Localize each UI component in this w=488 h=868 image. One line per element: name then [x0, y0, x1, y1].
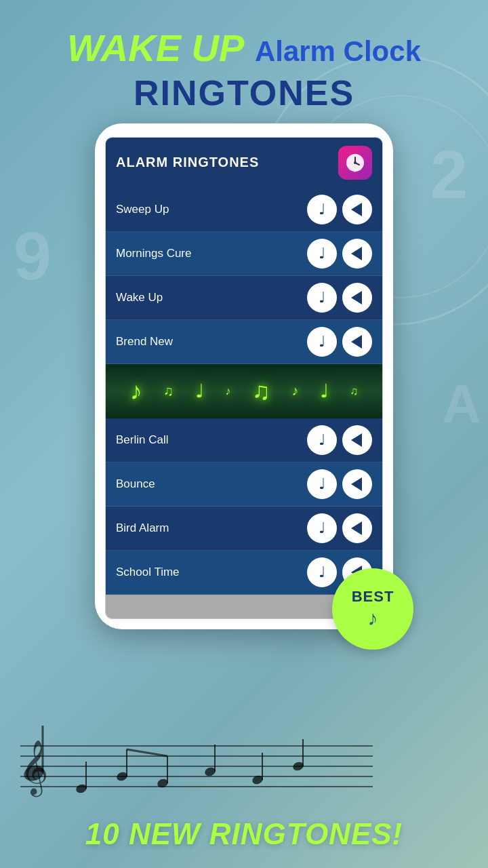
app-icon: 7 [338, 146, 372, 180]
arrow-left-icon [351, 433, 362, 447]
glow-note-3: ♩ [195, 380, 204, 402]
btn-group: ♩ [307, 425, 372, 455]
glow-note-6: ♪ [291, 383, 298, 399]
play-button-7[interactable]: ♩ [307, 513, 337, 543]
ringtone-name: Sweep Up [116, 203, 307, 216]
glow-note-2: ♫ [163, 383, 174, 399]
ringtone-name: Bird Alarm [116, 521, 307, 535]
music-note-icon: ♩ [319, 245, 325, 262]
music-note-icon: ♩ [319, 333, 325, 351]
clock-icon: 7 [342, 150, 368, 176]
arrow-left-icon [351, 203, 362, 216]
header-ringtones: RINGTONES [67, 73, 421, 113]
music-note-icon: ♩ [319, 201, 325, 218]
preview-button-3[interactable] [342, 283, 372, 313]
bottom-tagline: 10 NEW RINGTONES! [0, 817, 488, 851]
play-button-1[interactable]: ♩ [307, 195, 337, 224]
preview-button-1[interactable] [342, 195, 372, 224]
ringtone-row: Mornings Cure ♩ [106, 232, 382, 276]
svg-point-4 [354, 161, 357, 164]
music-note-icon: ♩ [319, 289, 325, 307]
ringtone-name: Bounce [116, 477, 307, 491]
glow-note-5: ♫ [252, 377, 270, 406]
ringtone-row: Wake Up ♩ [106, 276, 382, 320]
preview-button-5[interactable] [342, 425, 372, 455]
musical-staff: 𝄞 [0, 712, 488, 800]
arrow-left-icon [351, 291, 362, 304]
best-badge: BEST ♪ [332, 568, 413, 650]
btn-group: ♩ [307, 195, 372, 224]
ringtone-row: Brend New ♩ [106, 320, 382, 364]
preview-button-4[interactable] [342, 327, 372, 357]
play-button-4[interactable]: ♩ [307, 327, 337, 357]
best-note-icon: ♪ [368, 607, 378, 630]
glow-note-4: ♪ [225, 385, 230, 397]
btn-group: ♩ [307, 513, 372, 543]
glow-note-1: ♪ [130, 377, 142, 406]
header-alarm-clock: Alarm Clock [255, 35, 421, 67]
btn-group: ♩ [307, 239, 372, 269]
music-note-icon: ♩ [319, 431, 325, 449]
play-button-8[interactable]: ♩ [307, 557, 337, 587]
svg-line-26 [127, 749, 167, 756]
music-note-icon: ♩ [319, 564, 325, 581]
btn-group: ♩ [307, 327, 372, 357]
music-note-icon: ♩ [319, 519, 325, 537]
header-section: WAKE UP Alarm Clock RINGTONES [67, 0, 421, 113]
ringtone-row: Berlin Call ♩ [106, 418, 382, 462]
ringtone-name: Brend New [116, 335, 307, 349]
play-button-5[interactable]: ♩ [307, 425, 337, 455]
arrow-left-icon [351, 521, 362, 535]
ringtone-name: Berlin Call [116, 433, 307, 447]
best-label: BEST [352, 588, 394, 606]
preview-button-7[interactable] [342, 513, 372, 543]
notes-animation-band: ♪ ♫ ♩ ♪ ♫ ♪ ♩ ♫ [106, 364, 382, 418]
ringtone-name: School Time [116, 566, 307, 579]
btn-group: ♩ [307, 283, 372, 313]
ringtone-row: Bird Alarm ♩ [106, 507, 382, 551]
arrow-left-icon [351, 335, 362, 349]
play-button-6[interactable]: ♩ [307, 469, 337, 499]
header-wake-up: WAKE UP [67, 26, 244, 69]
preview-button-6[interactable] [342, 469, 372, 499]
glow-note-8: ♫ [350, 385, 358, 397]
tagline-text: 10 NEW RINGTONES! [85, 817, 403, 850]
arrow-left-icon [351, 477, 362, 491]
play-button-3[interactable]: ♩ [307, 283, 337, 313]
ringtone-row: Bounce ♩ [106, 462, 382, 507]
ringtone-row: Sweep Up ♩ [106, 188, 382, 232]
glow-note-7: ♩ [320, 380, 329, 402]
play-button-2[interactable]: ♩ [307, 239, 337, 269]
staff-svg: 𝄞 [0, 712, 488, 800]
app-header-bar: ALARM RINGTONES [106, 138, 382, 188]
app-screen: ALARM RINGTONES [105, 137, 383, 619]
music-note-icon: ♩ [319, 475, 325, 493]
ringtone-name: Wake Up [116, 291, 307, 304]
app-title: ALARM RINGTONES [116, 155, 259, 170]
arrow-left-icon [351, 247, 362, 260]
ringtone-name: Mornings Cure [116, 247, 307, 260]
svg-text:7: 7 [354, 168, 357, 173]
phone-mockup: ALARM RINGTONES [95, 123, 393, 629]
preview-button-2[interactable] [342, 239, 372, 269]
btn-group: ♩ [307, 469, 372, 499]
ringtone-list: Sweep Up ♩ Mornings Cure [106, 188, 382, 595]
